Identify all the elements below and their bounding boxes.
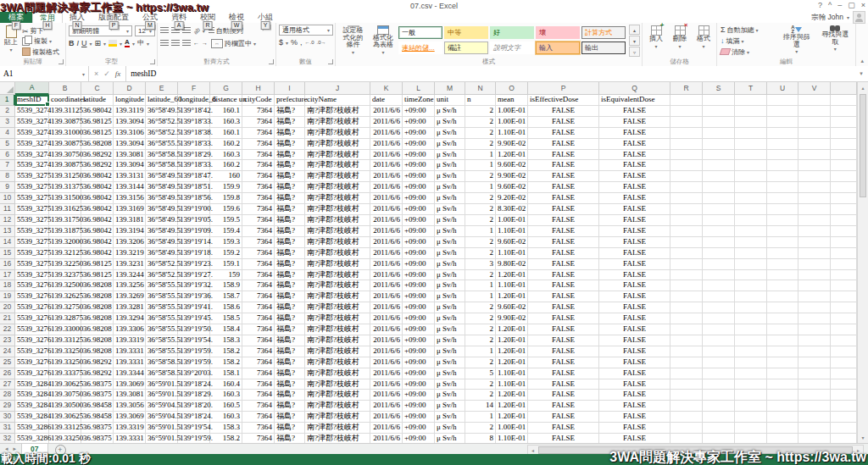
cell[interactable]: [798, 335, 831, 346]
cell[interactable]: μ Sv/h: [435, 106, 465, 117]
cell[interactable]: FALSE: [528, 193, 599, 204]
cell[interactable]: 158.2: [210, 434, 242, 443]
cell[interactable]: 2011/6/6: [370, 423, 403, 434]
cell[interactable]: unit: [435, 95, 465, 106]
cell[interactable]: 139°19'59.: [178, 346, 210, 357]
cell[interactable]: [670, 259, 703, 270]
cell[interactable]: μ Sv/h: [435, 226, 465, 237]
cell[interactable]: FALSE: [528, 259, 599, 270]
row-header[interactable]: 19: [0, 291, 15, 302]
cell[interactable]: 139°18'47.: [178, 171, 210, 182]
cell[interactable]: 36°58'58.5: [146, 160, 178, 171]
cell[interactable]: μ Sv/h: [435, 215, 465, 226]
cell[interactable]: [798, 248, 831, 259]
cell[interactable]: [831, 335, 857, 346]
cell[interactable]: 36.98208: [81, 291, 114, 302]
cell[interactable]: 160.3: [210, 150, 242, 161]
cell[interactable]: [703, 128, 735, 139]
cut-button[interactable]: ✂剪下: [21, 26, 60, 36]
cell[interactable]: prefecture: [275, 95, 305, 106]
cell[interactable]: [735, 280, 767, 291]
cell[interactable]: 5539_3276: [15, 291, 49, 302]
cell[interactable]: [703, 95, 735, 106]
cell[interactable]: [831, 237, 857, 248]
expand-formula-bar-icon[interactable]: ▾: [854, 66, 868, 81]
cell[interactable]: 1.20E-01: [496, 401, 528, 412]
cell[interactable]: +09:00: [403, 401, 435, 412]
cell[interactable]: 2: [465, 335, 496, 346]
cell[interactable]: 159.1: [210, 259, 242, 270]
cell[interactable]: [703, 171, 735, 182]
cell[interactable]: [703, 302, 735, 313]
cell[interactable]: FALSE: [528, 346, 599, 357]
cell[interactable]: 5539_3276: [15, 302, 49, 313]
cell[interactable]: μ Sv/h: [435, 302, 465, 313]
cell[interactable]: 福島?: [275, 313, 305, 324]
column-header-O[interactable]: O: [496, 82, 528, 95]
cell[interactable]: 36°59'01.5: [146, 423, 178, 434]
cell[interactable]: 2011/6/6: [370, 248, 403, 259]
cell[interactable]: [735, 291, 767, 302]
cell[interactable]: FALSE: [599, 248, 670, 259]
cell[interactable]: FALSE: [599, 171, 670, 182]
cell[interactable]: [670, 313, 703, 324]
clipboard-dialog-launcher[interactable]: [58, 59, 64, 64]
cell[interactable]: 139°18'33.: [178, 117, 210, 128]
column-header-C[interactable]: C: [81, 82, 114, 95]
cell[interactable]: 139.3344: [114, 368, 146, 379]
cell[interactable]: FALSE: [528, 215, 599, 226]
cell[interactable]: cityName: [305, 95, 370, 106]
cell[interactable]: 36°58'55.5: [146, 302, 178, 313]
cell[interactable]: 2011/6/6: [370, 128, 403, 139]
cell[interactable]: FALSE: [599, 226, 670, 237]
cell[interactable]: [767, 117, 798, 128]
cell[interactable]: 139°20'03.: [178, 368, 210, 379]
cell[interactable]: 139°19'32.: [178, 280, 210, 291]
cell[interactable]: [831, 302, 857, 313]
cell[interactable]: 5539_3274: [15, 128, 49, 139]
cell[interactable]: FALSE: [528, 324, 599, 335]
cell[interactable]: 139°19'41.: [178, 302, 210, 313]
cell[interactable]: 2011/6/6: [370, 357, 403, 368]
cell[interactable]: 36°58'49.5: [146, 248, 178, 259]
cell[interactable]: 2: [465, 106, 496, 117]
cell[interactable]: n: [465, 95, 496, 106]
cell[interactable]: 2: [465, 215, 496, 226]
cell[interactable]: 139.30750: [49, 390, 81, 401]
cell[interactable]: μ Sv/h: [435, 117, 465, 128]
cell[interactable]: FALSE: [599, 368, 670, 379]
alignment-dialog-launcher[interactable]: [269, 59, 274, 64]
cell[interactable]: FALSE: [599, 291, 670, 302]
cell[interactable]: 2: [465, 237, 496, 248]
style-chip[interactable]: 說明文字: [490, 42, 534, 54]
cell[interactable]: FALSE: [599, 259, 670, 270]
align-top-button[interactable]: [160, 27, 169, 34]
cell[interactable]: 139°19'14.: [178, 237, 210, 248]
cell[interactable]: 南?津郡?枝岐村: [305, 324, 370, 335]
row-header[interactable]: 13: [0, 226, 15, 237]
cell[interactable]: [703, 401, 735, 412]
cell[interactable]: 福島?: [275, 248, 305, 259]
cell[interactable]: [767, 357, 798, 368]
cell[interactable]: [767, 335, 798, 346]
close-icon[interactable]: ×: [861, 1, 865, 9]
cell[interactable]: 1: [465, 346, 496, 357]
cell[interactable]: 福島?: [275, 171, 305, 182]
cell[interactable]: 36°58'49.5: [146, 193, 178, 204]
row-header[interactable]: 16: [0, 259, 15, 270]
cell[interactable]: [767, 390, 798, 401]
cell[interactable]: 7364: [242, 434, 275, 443]
percent-button[interactable]: %: [291, 38, 298, 47]
cell[interactable]: [831, 390, 857, 401]
cell[interactable]: 139°19'54.: [178, 423, 210, 434]
cell[interactable]: 南?津郡?枝岐村: [305, 390, 370, 401]
cell[interactable]: 139.32125: [49, 248, 81, 259]
cell[interactable]: 福島?: [275, 368, 305, 379]
cell[interactable]: [703, 434, 735, 443]
cell[interactable]: 7364: [242, 401, 275, 412]
cell[interactable]: 158.6: [210, 302, 242, 313]
cell[interactable]: [767, 215, 798, 226]
number-dialog-launcher[interactable]: [328, 59, 333, 64]
cell[interactable]: [798, 412, 831, 423]
cell[interactable]: [735, 270, 767, 281]
